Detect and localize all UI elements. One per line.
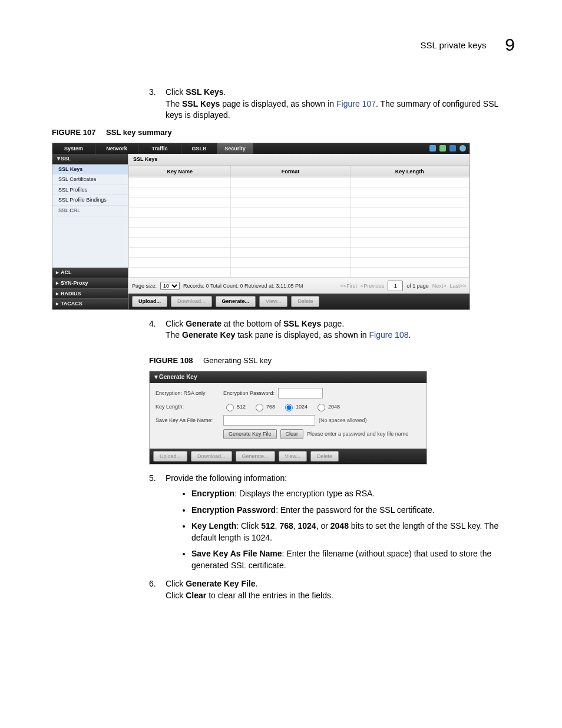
page-header: SSL private keys 9 [52, 32, 515, 57]
sidebar-section-tacacs[interactable]: ▸TACACS [52, 299, 128, 309]
text: The [166, 330, 182, 340]
tab-traffic[interactable]: Traffic [138, 143, 181, 154]
upload-button[interactable]: Upload... [132, 296, 167, 307]
text: page is displayed, as shown in [220, 99, 336, 108]
pager-last[interactable]: Last>> [449, 282, 466, 290]
text: . [408, 330, 411, 340]
pager-page-input[interactable] [388, 281, 403, 291]
save-icon[interactable] [449, 145, 456, 151]
text: Click [166, 591, 186, 600]
text: The [166, 99, 182, 108]
toolbar: Upload... Download... Generate... View..… [150, 449, 427, 465]
step-5: 5. Provide the following information: En… [149, 473, 515, 578]
pager-status: Records: 0 Total Count: 0 Retrieved at: … [183, 282, 303, 290]
key-length-512-radio[interactable] [226, 404, 234, 411]
step-number: 3. [149, 87, 166, 121]
text: to clear all the entries in the fields. [206, 591, 333, 600]
pushpin-icon[interactable] [429, 145, 436, 151]
bullet-save-key-as: Save Key As File Name: Enter the filenam… [191, 548, 515, 571]
text: Click [166, 87, 186, 97]
tab-gslb[interactable]: GSLB [181, 143, 217, 154]
page-size-label: Page size: [132, 282, 157, 290]
figure-108-link[interactable]: Figure 108 [369, 330, 409, 340]
bullet-encryption: Encryption: Displays the encryption type… [191, 488, 515, 500]
hint-text: Please enter a password and key file nam… [307, 430, 408, 438]
encryption-label: Encryption: RSA only [156, 390, 223, 397]
table-row [129, 218, 470, 228]
figure-107-caption: FIGURE 107 SSL key summary [52, 127, 515, 138]
figure-107-link[interactable]: Figure 107 [336, 99, 376, 108]
sidebar-section-acl[interactable]: ▸ACL [52, 268, 128, 278]
sidebar-section-radius[interactable]: ▸RADIUS [52, 289, 128, 299]
no-spaces-note: (No spaces allowed) [319, 417, 367, 424]
table-row [129, 187, 470, 197]
sidebar-item-ssl-certificates[interactable]: SSL Certificates [52, 174, 128, 185]
col-key-name[interactable]: Key Name [129, 166, 231, 177]
pager-next[interactable]: Next> [432, 282, 447, 290]
text: task pane is displayed, as shown in [235, 330, 369, 340]
table-row [129, 268, 470, 278]
step-4: 4. Click Generate at the bottom of SSL K… [149, 318, 515, 602]
key-length-1024-radio[interactable] [285, 404, 293, 411]
generate-button[interactable]: Generate... [216, 296, 256, 307]
key-length-2048-radio[interactable] [318, 404, 325, 411]
table-row [129, 258, 470, 268]
help-icon[interactable] [459, 145, 466, 151]
view-button[interactable]: View... [259, 296, 287, 307]
sidebar-section-ssl[interactable]: ▼SSL [52, 154, 128, 164]
table-row [129, 177, 470, 187]
sidebar: ▼SSL SSL Keys SSL Certificates SSL Profi… [52, 154, 128, 309]
sidebar-section-syn-proxy[interactable]: ▸SYN-Proxy [52, 278, 128, 289]
sidebar-item-ssl-profile-bindings[interactable]: SSL Profile Bindings [52, 195, 128, 206]
encryption-password-input[interactable] [278, 388, 323, 398]
save-key-as-label: Save Key As File Name: [156, 417, 223, 424]
figure-107-screenshot: System Network Traffic GSLB Security ▼SS… [52, 143, 470, 310]
chapter-number: 9 [505, 35, 515, 54]
col-key-length[interactable]: Key Length [350, 166, 469, 177]
tab-system[interactable]: System [52, 143, 95, 154]
pager: Page size: 10 Records: 0 Total Count: 0 … [128, 278, 470, 294]
table-row [129, 197, 470, 207]
figure-title: SSL key summary [106, 128, 172, 137]
pager-prev[interactable]: <Previous [361, 282, 384, 290]
step-6: 6. Click Generate Key File. Click Clear … [149, 578, 515, 601]
text: . [256, 579, 258, 588]
generate-key-header[interactable]: ▼Generate Key [150, 371, 427, 383]
refresh-icon[interactable] [439, 145, 446, 151]
text: Click [166, 579, 186, 588]
table-row [129, 248, 470, 258]
download-button[interactable]: Download... [171, 296, 212, 307]
step-number: 6. [149, 578, 166, 601]
generate-button[interactable]: Generate... [236, 451, 275, 462]
col-format[interactable]: Format [231, 166, 350, 177]
save-key-as-input[interactable] [223, 415, 315, 426]
step-number: 4. [149, 318, 166, 341]
text: Click [166, 319, 186, 328]
table-row [129, 207, 470, 218]
bullet-encryption-password: Encryption Password: Enter the password … [191, 505, 515, 516]
figure-108-caption: FIGURE 108 Generating SSL key [149, 355, 515, 366]
page-size-select[interactable]: 10 [160, 282, 180, 290]
sidebar-item-ssl-crl[interactable]: SSL CRL [52, 206, 128, 216]
pager-first[interactable]: <<First [340, 282, 357, 290]
sidebar-item-ssl-profiles[interactable]: SSL Profiles [52, 185, 128, 196]
sidebar-item-ssl-keys[interactable]: SSL Keys [52, 164, 128, 175]
tab-security[interactable]: Security [217, 143, 253, 154]
breadcrumb: SSL Keys [128, 154, 470, 166]
table-row [129, 228, 470, 238]
delete-button[interactable]: Delete [310, 451, 339, 462]
figure-108-screenshot: ▼Generate Key Encryption: RSA only Encry… [149, 371, 427, 465]
step-5-intro: Provide the following information: [166, 473, 287, 483]
upload-button[interactable]: Upload... [153, 451, 187, 462]
key-length-768-radio[interactable] [256, 404, 263, 411]
tab-network[interactable]: Network [95, 143, 138, 154]
download-button[interactable]: Download... [191, 451, 232, 462]
delete-button[interactable]: Delete [291, 296, 319, 307]
ssl-keys-term: SSL Keys [186, 87, 223, 97]
pager-of: of 1 page [406, 282, 429, 290]
generate-key-file-button[interactable]: Generate Key File [223, 429, 277, 439]
view-button[interactable]: View... [279, 451, 307, 462]
figure-label: FIGURE 108 [149, 356, 193, 365]
clear-term: Clear [186, 591, 206, 600]
clear-button[interactable]: Clear [280, 429, 304, 439]
